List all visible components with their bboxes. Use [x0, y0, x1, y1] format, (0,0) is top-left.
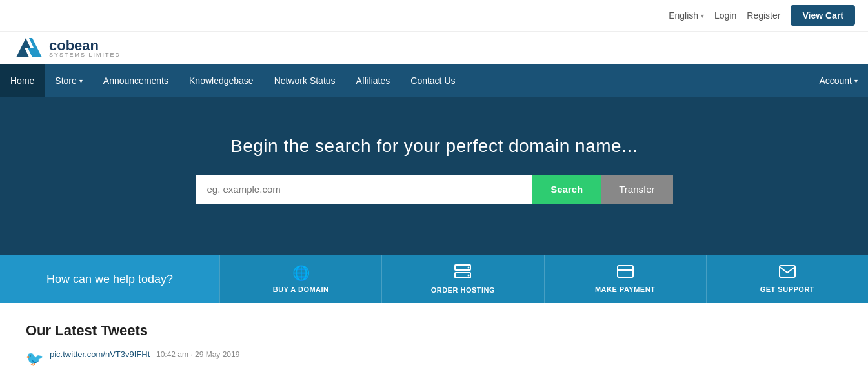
globe-icon: 🌐 — [292, 265, 310, 282]
nav-knowledgebase[interactable]: Knowledgebase — [179, 64, 264, 97]
hero-title: Begin the search for your perfect domain… — [13, 136, 855, 157]
logo-wrap: cobean SYSTEMS LIMITED — [0, 32, 134, 64]
quick-link-get-support[interactable]: GET SUPPORT — [706, 255, 868, 303]
top-bar-right: English ▾ Login Register View Cart — [669, 5, 855, 26]
chevron-down-icon: ▾ — [701, 12, 704, 19]
domain-search-input[interactable] — [196, 175, 533, 204]
tweets-title: Our Latest Tweets — [26, 322, 842, 339]
register-link[interactable]: Register — [747, 10, 780, 21]
store-chevron-icon: ▾ — [79, 77, 83, 84]
quick-bar: How can we help today? 🌐 BUY A DOMAIN OR… — [0, 255, 868, 303]
tweet-time-1: 10:42 am · 29 May 2019 — [156, 350, 239, 359]
nav-store[interactable]: Store ▾ — [45, 64, 92, 97]
nav-contact-us[interactable]: Contact Us — [400, 64, 465, 97]
transfer-button[interactable]: Transfer — [601, 175, 672, 204]
email-icon — [779, 265, 796, 282]
quick-link-buy-domain[interactable]: 🌐 BUY A DOMAIN — [219, 255, 381, 303]
nav-affiliates[interactable]: Affiliates — [346, 64, 401, 97]
quick-links-container: 🌐 BUY A DOMAIN ORDER HOSTING MA — [219, 255, 868, 303]
domain-search-bar: Search Transfer — [196, 175, 673, 204]
header-main: cobean SYSTEMS LIMITED — [0, 32, 868, 64]
svg-rect-8 — [780, 266, 795, 277]
logo-subtext: SYSTEMS LIMITED — [49, 52, 121, 58]
payment-icon — [617, 265, 634, 282]
main-nav: Home Store ▾ Announcements Knowledgebase… — [0, 64, 868, 97]
search-button[interactable]: Search — [532, 175, 601, 204]
server-icon — [454, 264, 471, 282]
logo-icon — [13, 32, 45, 64]
order-hosting-label: ORDER HOSTING — [431, 286, 495, 294]
tweet-link-1[interactable]: pic.twitter.com/nVT3v9IFHt — [50, 349, 150, 359]
quick-link-make-payment[interactable]: MAKE PAYMENT — [544, 255, 706, 303]
make-payment-label: MAKE PAYMENT — [595, 286, 655, 293]
nav-account[interactable]: Account ▾ — [809, 64, 868, 97]
login-link[interactable]: Login — [714, 10, 736, 21]
top-bar: English ▾ Login Register View Cart — [0, 0, 868, 32]
quick-link-order-hosting[interactable]: ORDER HOSTING — [381, 255, 543, 303]
svg-point-5 — [468, 275, 470, 277]
hero-section: Begin the search for your perfect domain… — [0, 97, 868, 255]
tweet-text-1: pic.twitter.com/nVT3v9IFHt 10:42 am · 29… — [50, 349, 239, 359]
nav-announcements[interactable]: Announcements — [93, 64, 179, 97]
language-label: English — [669, 10, 698, 21]
tweets-section: Our Latest Tweets 🐦 pic.twitter.com/nVT3… — [0, 303, 868, 370]
twitter-bird-icon: 🐦 — [26, 351, 43, 367]
nav-network-status[interactable]: Network Status — [264, 64, 346, 97]
svg-rect-7 — [618, 269, 633, 271]
nav-home[interactable]: Home — [0, 64, 45, 97]
tweet-row: 🐦 pic.twitter.com/nVT3v9IFHt 10:42 am · … — [26, 349, 842, 367]
logo[interactable]: cobean SYSTEMS LIMITED — [13, 32, 121, 64]
svg-point-4 — [468, 267, 470, 269]
svg-marker-1 — [28, 38, 42, 57]
quick-bar-label: How can we help today? — [0, 255, 219, 303]
language-selector[interactable]: English ▾ — [669, 10, 704, 21]
view-cart-button[interactable]: View Cart — [791, 5, 855, 26]
buy-domain-label: BUY A DOMAIN — [273, 286, 329, 293]
account-chevron-icon: ▾ — [854, 77, 858, 84]
get-support-label: GET SUPPORT — [760, 286, 814, 293]
